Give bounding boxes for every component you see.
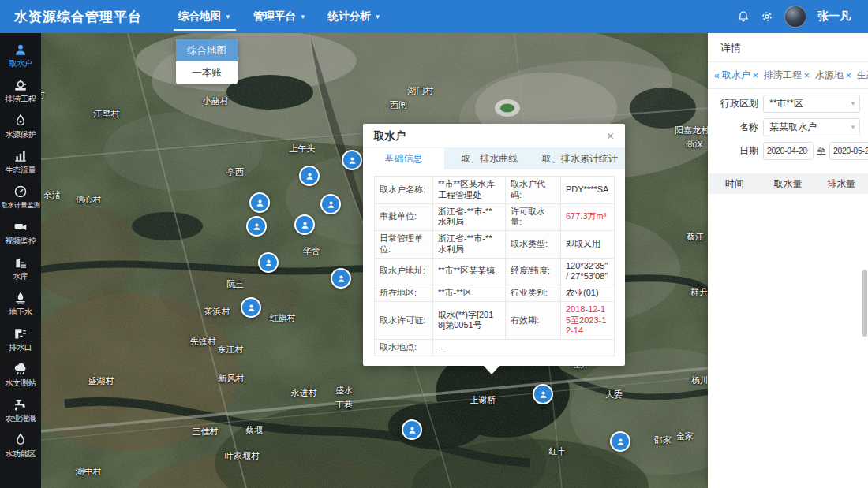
map-label: 蔡江: [687, 231, 704, 243]
intake-user-marker[interactable]: [331, 268, 351, 289]
modal-header: 取水户 ×: [363, 124, 625, 147]
chevron-down-icon: ▼: [225, 13, 231, 20]
table-row: 所在地区:**市-**区行业类别:农业(01): [375, 285, 615, 302]
sidebar-item-function-zone[interactable]: 水功能区: [0, 433, 41, 458]
nav-menu-0[interactable]: 综合地图▼: [167, 0, 242, 33]
nav-menu-2[interactable]: 统计分析▼: [317, 0, 392, 33]
map-label: 盛湖村: [88, 375, 114, 387]
map-label: 湖门村: [408, 85, 434, 97]
map-label: 东江村: [218, 344, 244, 356]
sidebar-item-user[interactable]: 取水户: [0, 43, 41, 68]
sidebar-item-outlet[interactable]: 排水口: [0, 326, 41, 352]
intake-user-marker[interactable]: [246, 216, 267, 237]
date-separator: 至: [817, 144, 826, 158]
intake-user-marker[interactable]: [402, 419, 422, 440]
map-label: 群升: [690, 286, 708, 298]
tab-basic-info[interactable]: 基础信息: [363, 148, 444, 169]
sidebar-item-irrigation[interactable]: 农业灌溉: [0, 397, 41, 423]
nav-menu-label: 综合地图: [178, 9, 221, 24]
back-icon[interactable]: «: [714, 70, 720, 81]
sidebar-item-label: 生态流量: [6, 166, 36, 174]
outlet-icon: [13, 326, 28, 341]
panel-tab-label: 排涝工程: [764, 69, 802, 82]
panel-tab-1[interactable]: 排涝工程×: [764, 69, 810, 82]
intake-user-marker[interactable]: [294, 214, 315, 235]
sidebar-item-hydro-station[interactable]: 水文测站: [0, 362, 41, 387]
field-label: 所在地区:: [375, 285, 433, 302]
table-row: 取水户地址:**市**区某某镇经度/纬度:120°32′35″ / 27°53′…: [375, 258, 615, 285]
region-select[interactable]: **市**区▼: [763, 95, 860, 113]
map-label: 小赭村: [203, 95, 229, 107]
table-row: 日常管理单位:浙江省-**市-**水利局取水类型:即取又用: [375, 231, 615, 259]
sidebar-item-pump[interactable]: 排涝工程: [0, 78, 41, 103]
details-panel: 详情 «取水户×排涝工程×水源地×生态流▼ 行政区划 **市**区▼ 名称 某某…: [708, 33, 868, 488]
gear-icon[interactable]: [761, 10, 773, 23]
field-value: **市**区某水库工程管理处: [433, 177, 506, 204]
scrollbar-thumb[interactable]: [862, 270, 867, 337]
map-label: 邵家: [654, 434, 672, 446]
intake-user-marker[interactable]: [610, 431, 630, 452]
chevron-down-icon: ▼: [850, 119, 856, 136]
name-select[interactable]: 某某取水户▼: [763, 118, 860, 136]
map-label: 阮三: [226, 278, 244, 290]
tab-intake-discharge-curve[interactable]: 取、排水曲线: [444, 148, 535, 169]
sidebar-item-reservoir[interactable]: 水库: [0, 255, 41, 281]
reservoir-icon: [13, 255, 28, 270]
close-icon[interactable]: ×: [804, 70, 810, 81]
sidebar-item-eco-flow[interactable]: 生态流量: [0, 149, 41, 174]
field-label: 行业类别:: [506, 285, 561, 302]
avatar[interactable]: [784, 6, 806, 28]
table-row: 审批单位:浙江省-**市-**水利局许可取水量:677.3万m³: [375, 203, 615, 231]
map-label: 盛水: [335, 385, 353, 397]
bell-icon[interactable]: [737, 10, 750, 23]
map-label: 信心村: [76, 194, 102, 206]
map-label: 高深: [686, 138, 703, 150]
panel-tab-3[interactable]: 生态流▼: [857, 69, 868, 82]
panel-tab-0[interactable]: «取水户×: [714, 69, 758, 82]
nav-menu-label: 管理平台: [253, 9, 296, 24]
field-value: 农业(01): [561, 285, 615, 302]
field-value: 677.3万m³: [561, 203, 615, 231]
dropdown-item-0[interactable]: 综合地图: [176, 39, 238, 61]
close-icon[interactable]: ×: [846, 70, 851, 81]
tab-intake-discharge-stats[interactable]: 取、排水累计统计: [534, 148, 625, 169]
panel-tab-2[interactable]: 水源地×: [815, 69, 851, 82]
field-value: 120°32′35″ / 27°53′08″: [561, 258, 615, 285]
sidebar-item-label: 取水户: [9, 59, 32, 68]
map-label: 永进村: [291, 387, 317, 399]
intake-user-marker[interactable]: [533, 384, 553, 404]
intake-user-marker[interactable]: [249, 192, 270, 213]
sidebar-item-label: 水功能区: [6, 449, 36, 458]
nav-menu-1[interactable]: 管理平台▼: [242, 0, 317, 33]
map-label: 上谢桥: [470, 394, 496, 406]
map-label: 上午头: [290, 143, 316, 155]
sidebar-item-metering[interactable]: 取水计量监测: [0, 184, 41, 210]
intake-user-marker[interactable]: [342, 150, 362, 170]
map-label: 兴村: [41, 89, 45, 101]
intake-user-marker[interactable]: [320, 194, 341, 214]
sidebar-item-source-protect[interactable]: 水源保护: [0, 114, 41, 139]
nav-dropdown-menu: 综合地图一本账: [176, 39, 238, 84]
map-label: 红旗村: [270, 312, 296, 324]
dropdown-item-1[interactable]: 一本账: [176, 61, 238, 84]
close-icon[interactable]: ×: [607, 131, 614, 142]
date-to-select[interactable]: 2020-05-20▼: [829, 142, 868, 160]
intake-user-marker[interactable]: [258, 252, 279, 273]
intake-user-marker[interactable]: [299, 166, 320, 186]
map-label: 湖中村: [76, 466, 102, 478]
field-label: 日常管理单位:: [375, 231, 433, 259]
close-icon[interactable]: ×: [753, 70, 758, 81]
map-label: 新风村: [219, 373, 245, 385]
irrigation-icon: [13, 397, 28, 412]
sidebar-item-camera[interactable]: 视频监控: [0, 220, 41, 245]
sidebar-item-label: 水库: [13, 272, 28, 281]
map-label: 蔡堰: [245, 424, 263, 436]
date-from-select[interactable]: 2020-04-20▼: [763, 142, 814, 160]
top-navbar: 水资源综合管理平台 综合地图▼管理平台▼统计分析▼ 张一凡: [0, 0, 868, 33]
field-value: 2018-12-15至2023-12-14: [561, 301, 615, 339]
map-label: 金家: [676, 430, 694, 442]
query-form: 行政区划 **市**区▼ 名称 某某取水户▼ 日期 2020-04-20▼ 至 …: [708, 89, 868, 169]
intake-user-marker[interactable]: [241, 297, 261, 318]
sidebar-item-groundwater[interactable]: 地下水: [0, 291, 41, 316]
user-name[interactable]: 张一凡: [817, 9, 851, 24]
